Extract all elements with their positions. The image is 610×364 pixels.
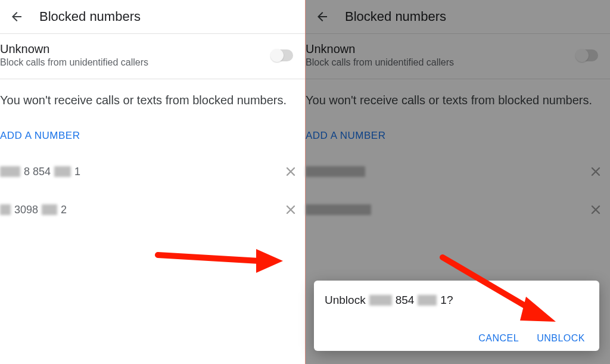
page-title: Blocked numbers — [39, 9, 141, 24]
redacted-icon — [0, 204, 11, 215]
number-fragment: 2 — [61, 204, 67, 216]
dialog-text-fragment: Unblock — [325, 294, 366, 307]
back-arrow-icon[interactable] — [5, 5, 29, 29]
remove-number-icon[interactable] — [282, 163, 299, 180]
header: Blocked numbers — [0, 0, 305, 33]
block-unknown-row[interactable]: Unknown Block calls from unidentified ca… — [0, 34, 305, 79]
unblock-button[interactable]: UNBLOCK — [537, 333, 585, 344]
redacted-icon — [0, 166, 20, 177]
annotation-arrow-icon — [155, 237, 286, 273]
info-text: You won't receive calls or texts from bl… — [0, 79, 305, 113]
panel-right: Blocked numbers Unknown Block calls from… — [305, 0, 610, 364]
number-fragment: 1 — [74, 166, 80, 178]
blocked-number-row: 3098 2 — [0, 191, 305, 229]
number-fragment: 8 854 — [24, 166, 51, 178]
unknown-title: Unknown — [0, 42, 272, 56]
redacted-icon — [42, 204, 57, 215]
unknown-subtitle: Block calls from unidentified callers — [0, 57, 272, 68]
blocked-number-row: 8 854 1 — [0, 153, 305, 191]
dialog-text-fragment: 854 — [396, 294, 415, 307]
redacted-icon — [418, 295, 437, 306]
svg-marker-1 — [256, 249, 283, 273]
cancel-button[interactable]: CANCEL — [478, 333, 519, 344]
add-number-button[interactable]: ADD A NUMBER — [0, 113, 305, 153]
redacted-icon — [54, 166, 71, 177]
redacted-icon — [369, 295, 392, 306]
unblock-dialog: Unblock 854 1? CANCEL UNBLOCK — [314, 281, 599, 351]
number-fragment: 3098 — [14, 204, 38, 216]
dialog-text-fragment: 1? — [440, 294, 453, 307]
svg-line-0 — [158, 255, 259, 261]
panel-left: Blocked numbers Unknown Block calls from… — [0, 0, 305, 364]
unknown-toggle[interactable] — [272, 49, 293, 61]
toggle-knob — [270, 49, 284, 62]
dialog-message: Unblock 854 1? — [325, 294, 589, 307]
remove-number-icon[interactable] — [282, 201, 299, 218]
